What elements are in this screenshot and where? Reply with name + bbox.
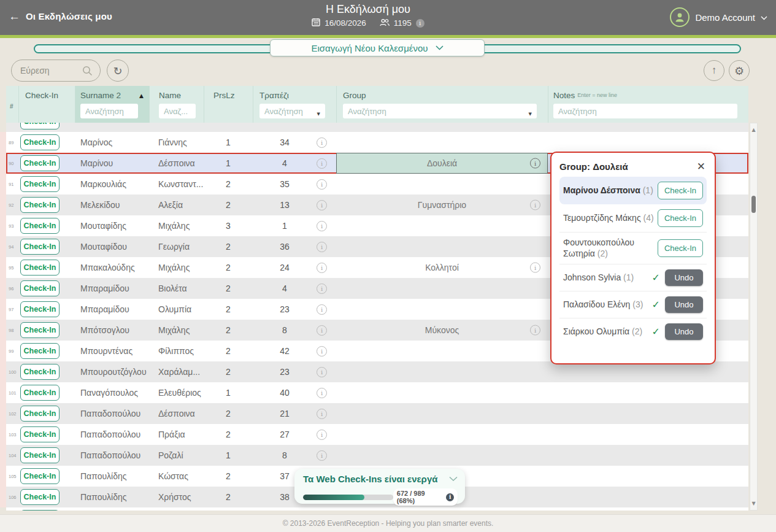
name-cell[interactable]: Κώστας xyxy=(149,471,204,481)
prslz-cell[interactable]: 2 xyxy=(204,283,253,293)
name-cell[interactable]: Αλεξία xyxy=(149,200,204,210)
name-cell[interactable]: Ολυμπία xyxy=(149,304,204,314)
group-cell[interactable] xyxy=(336,445,548,466)
table-info-icon[interactable]: i xyxy=(317,179,327,190)
column-header-notes[interactable]: NotesEnter = new line xyxy=(548,86,748,123)
surname-cell[interactable]: Μπακαλούδης xyxy=(75,263,149,272)
surname-cell[interactable]: Παπαδοπούλου xyxy=(75,430,149,439)
name-cell[interactable]: Μιχάλης xyxy=(149,325,204,335)
export-button[interactable]: ↑ xyxy=(704,60,724,81)
table-cell[interactable]: 23i xyxy=(253,304,336,315)
surname-cell[interactable]: Μπαραμίδου xyxy=(75,304,149,314)
column-header-name[interactable]: Name xyxy=(149,86,204,123)
checkin-button[interactable]: Check-In xyxy=(20,468,60,484)
table-cell[interactable]: 1i xyxy=(253,221,336,231)
scroll-up-arrow[interactable]: ▲ xyxy=(750,127,757,133)
group-cell[interactable] xyxy=(336,403,548,424)
name-cell[interactable]: Δέσποινα xyxy=(149,409,204,418)
prslz-cell[interactable]: 1 xyxy=(204,158,253,168)
name-cell[interactable]: Γιάννης xyxy=(149,137,204,147)
table-cell[interactable]: 23i xyxy=(253,367,336,377)
prslz-cell[interactable]: 2 xyxy=(204,471,253,481)
group-cell[interactable] xyxy=(336,215,548,236)
table-cell[interactable]: 24i xyxy=(253,263,336,273)
prslz-cell[interactable]: 1 xyxy=(204,137,253,147)
name-cell[interactable]: Βιολέτα xyxy=(149,283,204,293)
checkin-button[interactable]: Check-In xyxy=(658,182,703,199)
name-cell[interactable]: Κωνσταντ... xyxy=(149,179,204,189)
name-cell[interactable]: Δέσποινα xyxy=(149,158,204,168)
name-cell[interactable]: Μιχάλης xyxy=(149,221,204,231)
group-cell[interactable] xyxy=(336,123,548,132)
surname-cell[interactable]: Μουταφίδου xyxy=(75,242,149,252)
surname-cell[interactable]: Μπουρουτζόγλου xyxy=(75,367,149,377)
table-cell[interactable]: 21i xyxy=(253,409,336,419)
checkin-button[interactable]: Check-In xyxy=(20,280,60,296)
name-cell[interactable]: Ελευθέριος xyxy=(149,388,204,398)
group-cell[interactable]: Κολλητοίi xyxy=(336,257,548,278)
checkin-button[interactable]: Check-In xyxy=(20,260,60,276)
group-cell[interactable] xyxy=(336,132,548,153)
name-cell[interactable]: Χρήστος xyxy=(149,492,204,502)
prslz-cell[interactable]: 3 xyxy=(204,221,253,231)
surname-cell[interactable]: Παπαδοπούλου xyxy=(75,450,149,460)
group-cell[interactable] xyxy=(336,361,548,382)
group-info-icon[interactable]: i xyxy=(530,200,540,210)
group-filter-input[interactable] xyxy=(343,104,537,118)
vertical-scrollbar[interactable]: ▲ ▼ xyxy=(750,123,758,511)
table-cell[interactable]: 34i xyxy=(253,137,336,148)
prslz-cell[interactable]: 1 xyxy=(204,450,253,460)
settings-button[interactable]: ⚙ xyxy=(729,60,750,81)
undo-button[interactable]: Undo xyxy=(665,323,703,340)
group-info-icon[interactable]: i xyxy=(530,158,540,169)
table-cell[interactable]: 36i xyxy=(253,242,336,252)
refresh-button[interactable]: ↻ xyxy=(107,60,129,82)
surname-cell[interactable]: Μαρίνου xyxy=(75,158,149,168)
prslz-cell[interactable]: 2 xyxy=(204,430,253,439)
group-info-icon[interactable]: i xyxy=(530,325,540,336)
table-info-icon[interactable]: i xyxy=(317,346,327,357)
group-cell[interactable] xyxy=(336,507,548,511)
table-info-icon[interactable]: i xyxy=(317,200,327,210)
name-cell[interactable]: Πράξια xyxy=(149,430,204,439)
group-cell[interactable] xyxy=(336,174,548,195)
group-cell[interactable] xyxy=(336,341,548,361)
prslz-cell[interactable]: 2 xyxy=(204,179,253,189)
group-cell[interactable]: Γυμναστήριοi xyxy=(336,195,548,215)
table-row[interactable]: 103Check-InΠαπαδοπούλουΠράξια227i xyxy=(6,424,748,445)
prslz-cell[interactable]: 2 xyxy=(204,263,253,272)
scroll-down-arrow[interactable]: ▼ xyxy=(750,501,757,506)
table-row[interactable]: 89Check-InΜαρίνοςΓιάννης134i xyxy=(6,132,748,153)
table-cell[interactable]: 40i xyxy=(253,388,336,398)
table-cell[interactable]: 27i xyxy=(253,430,336,440)
table-row[interactable]: Check-In xyxy=(6,507,748,511)
column-header-surname[interactable]: Surname 2 ▲ xyxy=(75,86,149,123)
group-cell[interactable]: Δουλειάi xyxy=(336,153,548,174)
table-info-icon[interactable]: i xyxy=(317,158,327,169)
column-header-table[interactable]: Τραπέζι ▼ xyxy=(253,86,336,123)
name-cell[interactable]: Γεωργία xyxy=(149,242,204,252)
info-icon[interactable]: i xyxy=(416,19,424,28)
scroll-thumb[interactable] xyxy=(751,196,756,213)
table-row[interactable]: 101Check-InΠαναγόπουλοςΕλευθέριος140i xyxy=(6,382,748,403)
column-header-prslz[interactable]: PrsLz xyxy=(204,86,253,123)
dropdown-caret-icon[interactable]: ▼ xyxy=(317,112,320,117)
checkin-button[interactable]: Check-In xyxy=(20,489,60,505)
table-cell[interactable]: 42i xyxy=(253,346,336,357)
checkin-button[interactable]: Check-In xyxy=(20,123,60,129)
checkin-button[interactable]: Check-In xyxy=(20,406,60,422)
table-filter-input[interactable] xyxy=(259,104,325,118)
table-row[interactable]: Check-In xyxy=(6,123,748,132)
surname-cell[interactable]: Μελεκίδου xyxy=(75,200,149,210)
prslz-cell[interactable]: 2 xyxy=(204,304,253,314)
surname-cell[interactable]: Παπαδοπούλου xyxy=(75,409,149,418)
surname-cell[interactable]: Παπουλίδης xyxy=(75,492,149,502)
table-info-icon[interactable]: i xyxy=(317,367,327,377)
checkin-button[interactable]: Check-In xyxy=(20,364,60,380)
name-cell[interactable]: Ροζαλί xyxy=(149,450,204,460)
account-menu[interactable]: Demo Account xyxy=(670,7,767,27)
prslz-cell[interactable]: 2 xyxy=(204,242,253,252)
table-info-icon[interactable]: i xyxy=(317,221,327,231)
table-info-icon[interactable]: i xyxy=(317,242,327,252)
surname-cell[interactable]: Παπουλίδης xyxy=(75,471,149,481)
